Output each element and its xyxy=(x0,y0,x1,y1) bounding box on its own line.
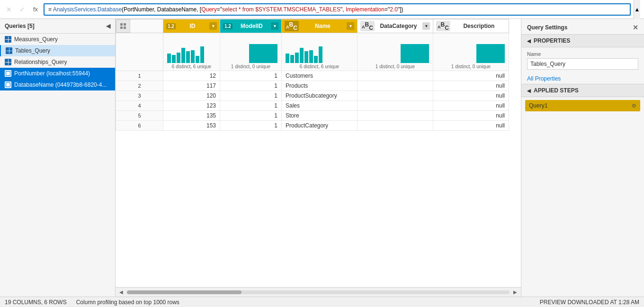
profile-label-id: 6 distinct, 6 unique xyxy=(167,64,216,69)
profile-label-datacategory: 1 distinct, 0 unique xyxy=(361,64,429,69)
profile-description: 1 distinct, 0 unique xyxy=(433,33,509,71)
table-row: 1121Customersnull xyxy=(116,71,509,81)
data-table-container[interactable]: 1.2 ID ▾ 1.2 ModelID ▾ xyxy=(116,19,521,287)
cell-datacategory xyxy=(358,91,433,101)
row-number: 6 xyxy=(116,121,163,131)
cell-id: 117 xyxy=(163,81,220,91)
properties-section-header: ◀ PROPERTIES xyxy=(521,34,644,47)
step-query1[interactable]: Query1 ⚙ xyxy=(525,100,640,111)
main-content: Queries [5] ◀ Measures_Query Tables_Quer… xyxy=(0,19,644,297)
col-type-icon-modelid: 1.2 xyxy=(223,23,233,29)
svg-rect-3 xyxy=(124,27,126,29)
scroll-left-arrow[interactable]: ◀ xyxy=(117,289,125,296)
table-row: 41231Salesnull xyxy=(116,101,509,111)
sidebar-item-relationships-query[interactable]: Relationships_Query xyxy=(0,56,115,68)
row-num-header xyxy=(116,19,163,33)
right-panel: Query Settings ✕ ◀ PROPERTIES Name Table… xyxy=(521,19,644,297)
table-body: 1121Customersnull21171Productsnull31201P… xyxy=(116,71,509,131)
query-list: Measures_Query Tables_Query Relationship… xyxy=(0,34,115,297)
svg-rect-1 xyxy=(124,23,126,26)
col-label-datacategory: DataCategory xyxy=(376,23,420,29)
cell-description: null xyxy=(433,111,509,121)
name-value[interactable]: Tables_Query xyxy=(527,58,638,70)
svg-rect-0 xyxy=(120,23,123,26)
scroll-right-arrow[interactable]: ▶ xyxy=(511,289,519,296)
cell-id: 153 xyxy=(163,121,220,131)
row-number: 1 xyxy=(116,71,163,81)
step-gear-icon[interactable]: ⚙ xyxy=(632,103,636,109)
col-type-icon-id: 1.2 xyxy=(166,23,176,29)
horizontal-scrollbar[interactable]: ◀ ▶ xyxy=(116,287,521,297)
table-row: 21171Productsnull xyxy=(116,81,509,91)
scroll-thumb[interactable] xyxy=(127,290,242,294)
columns-rows-label: 19 COLUMNS, 6 ROWS xyxy=(5,299,67,306)
cell-datacategory xyxy=(358,101,433,111)
col-dropdown-name[interactable]: ▾ xyxy=(347,22,354,30)
cell-datacategory xyxy=(358,81,433,91)
table-row: 61531ProductCategorynull xyxy=(116,121,509,131)
row-number: 5 xyxy=(116,111,163,121)
right-panel-title: Query Settings xyxy=(527,24,567,31)
sidebar-item-databasename[interactable]: DatabaseName (044973b8-6820-4... xyxy=(0,79,115,90)
cell-id: 12 xyxy=(163,71,220,81)
col-type-icon-name: ABC xyxy=(285,21,299,32)
cell-description: null xyxy=(433,101,509,111)
col-header-description: ABC Description xyxy=(433,19,509,33)
profile-modelid: 1 distinct, 0 unique xyxy=(220,33,282,71)
sidebar-item-label: Measures_Query xyxy=(14,36,58,43)
cell-modelid: 1 xyxy=(220,81,282,91)
formula-bar[interactable]: = AnalysisServices.Database(PortNumber, … xyxy=(44,3,631,16)
sidebar-item-label: PortNumber (localhost:55944) xyxy=(14,70,90,77)
table-icon xyxy=(5,36,11,43)
sidebar-title: Queries [5] xyxy=(5,23,35,29)
cell-description: null xyxy=(433,71,509,81)
table-row: 31201ProductSubcategorynull xyxy=(116,91,509,101)
applied-steps-section-header: ◀ APPLIED STEPS xyxy=(521,84,644,97)
profile-label-description: 1 distinct, 0 unique xyxy=(437,64,505,69)
row-number: 3 xyxy=(116,91,163,101)
col-header-id: 1.2 ID ▾ xyxy=(163,19,220,33)
formula-toolbar: ✕ ✓ fx = AnalysisServices.Database(PortN… xyxy=(0,0,644,19)
row-number: 4 xyxy=(116,101,163,111)
col-dropdown-modelid[interactable]: ▾ xyxy=(271,22,278,30)
col-dropdown-datacategory[interactable]: ▾ xyxy=(422,22,430,30)
col-label-description: Description xyxy=(452,23,506,29)
sidebar-item-label: Relationships_Query xyxy=(14,59,67,65)
profile-label-name: 6 distinct, 6 unique xyxy=(286,64,353,69)
all-properties-link[interactable]: All Properties xyxy=(521,73,644,84)
table-icon xyxy=(6,47,12,54)
profile-label-modelid: 1 distinct, 0 unique xyxy=(224,64,277,69)
cell-id: 135 xyxy=(163,111,220,121)
col-dropdown-id[interactable]: ▾ xyxy=(209,22,217,30)
col-header-name: ABC Name ▾ xyxy=(282,19,358,33)
data-table: 1.2 ID ▾ 1.2 ModelID ▾ xyxy=(116,19,509,131)
sidebar-item-measures-query[interactable]: Measures_Query xyxy=(0,34,115,45)
confirm-icon[interactable]: ✓ xyxy=(17,4,27,15)
col-label-modelid: ModelID xyxy=(234,23,269,29)
profile-name: 6 distinct, 6 unique xyxy=(282,33,358,71)
cancel-icon[interactable]: ✕ xyxy=(4,4,14,15)
applied-steps-label: APPLIED STEPS xyxy=(534,87,579,94)
col-type-icon-datacategory: ABC xyxy=(360,21,375,32)
cell-id: 123 xyxy=(163,101,220,111)
data-area: 1.2 ID ▾ 1.2 ModelID ▾ xyxy=(116,19,521,297)
profile-row-num xyxy=(116,33,163,71)
formula-expand-icon[interactable]: ▲ xyxy=(634,0,640,19)
close-button[interactable]: ✕ xyxy=(633,24,638,31)
applied-steps-arrow-icon: ◀ xyxy=(527,88,531,93)
col-label-id: ID xyxy=(178,23,207,29)
query-sidebar: Queries [5] ◀ Measures_Query Tables_Quer… xyxy=(0,19,116,297)
sidebar-collapse-icon[interactable]: ◀ xyxy=(106,23,110,29)
status-bar: 19 COLUMNS, 6 ROWS Column profiling base… xyxy=(0,297,644,307)
preview-label: PREVIEW DOWNLOADED AT 1:28 AM xyxy=(540,299,639,306)
sidebar-item-label: Tables_Query xyxy=(15,47,50,54)
cell-name: Sales xyxy=(282,101,358,111)
sidebar-item-tables-query[interactable]: Tables_Query xyxy=(0,45,115,56)
scroll-track[interactable] xyxy=(127,290,510,294)
steps-list: Query1 ⚙ xyxy=(521,97,644,115)
col-header-modelid: 1.2 ModelID ▾ xyxy=(220,19,282,33)
cell-modelid: 1 xyxy=(220,91,282,101)
cell-name: Products xyxy=(282,81,358,91)
right-panel-header: Query Settings ✕ xyxy=(521,19,644,34)
sidebar-item-portnumber[interactable]: PortNumber (localhost:55944) xyxy=(0,68,115,79)
